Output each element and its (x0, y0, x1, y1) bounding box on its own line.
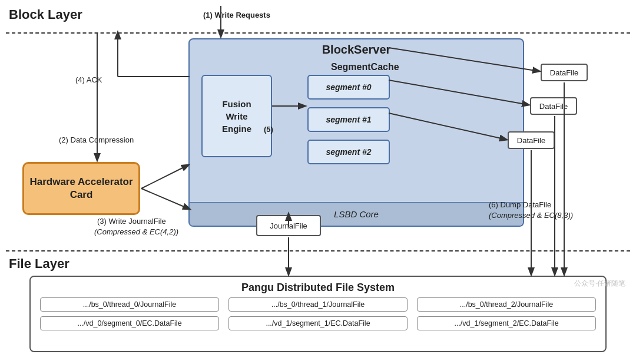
hardware-accelerator-card: Hardware Accelerator Card (22, 162, 140, 215)
pangu-item-1: .../bs_0/thread_1/JournalFile (228, 297, 408, 312)
pangu-grid: .../bs_0/thread_0/JournalFile .../bs_0/t… (31, 297, 605, 330)
fusion-write-engine-label: FusionWriteEngine (222, 98, 251, 135)
fusion-write-engine-box: FusionWriteEngine (201, 75, 272, 157)
pangu-item-3: .../vd_0/segment_0/EC.DataFile (40, 316, 219, 330)
watermark: 公众号·任诸随笔 (574, 279, 625, 289)
block-layer-divider (6, 32, 630, 34)
lsbd-core: LSBD Core (190, 202, 523, 226)
annotation-data-compression: (2) Data Compression (59, 135, 134, 144)
annotation-write-journalfile: (3) Write JournalFile (97, 217, 166, 226)
annotation-step5: (5) (264, 125, 273, 134)
svg-line-5 (141, 165, 188, 188)
lsbd-core-label: LSBD Core (334, 209, 379, 219)
hw-card-label: Hardware Accelerator Card (24, 176, 138, 201)
blockserver-box: BlockServer SegmentCache FusionWriteEngi… (188, 38, 524, 227)
block-layer-label: Block Layer (9, 7, 82, 22)
annotation-compressed-ec42: (Compressed & EC(4,2)) (94, 227, 178, 236)
pangu-box: Pangu Distributed File System .../bs_0/t… (29, 276, 607, 352)
pangu-item-5: .../vd_1/segment_2/EC.DataFile (417, 316, 596, 330)
datafile-1: DataFile (530, 97, 577, 115)
annotation-write-requests: (1) Write Requests (203, 11, 270, 19)
blockserver-title: BlockServer (190, 39, 523, 58)
pangu-item-0: .../bs_0/thread_0/JournalFile (40, 297, 219, 312)
datafile-2: DataFile (508, 131, 555, 149)
segment-0-label: segment #0 (326, 82, 371, 92)
annotation-dump-datafile: (6) Dump DataFile (489, 200, 551, 209)
journalfile-label: JournalFile (270, 221, 307, 230)
segment-2-box: segment #2 (307, 140, 390, 164)
datafile-0: DataFile (541, 64, 588, 81)
annotation-ack: (4) ACK (75, 75, 102, 84)
segment-cache-label: SegmentCache (331, 62, 399, 72)
segment-1-box: segment #1 (307, 107, 390, 132)
file-layer-label: File Layer (9, 256, 69, 272)
annotation-compressed-ec83: (Compressed & EC(8,3)) (489, 211, 573, 220)
svg-line-14 (141, 188, 190, 209)
segment-2-label: segment #2 (326, 147, 371, 157)
pangu-item-2: .../bs_0/thread_2/JournalFile (417, 297, 596, 312)
file-layer-divider (6, 250, 630, 252)
segment-0-box: segment #0 (307, 75, 390, 100)
diagram: Block Layer File Layer BlockServer Segme… (0, 0, 636, 364)
pangu-item-4: .../vd_1/segment_1/EC.DataFile (228, 316, 408, 330)
segment-1-label: segment #1 (326, 115, 371, 124)
journalfile-box: JournalFile (256, 215, 321, 236)
pangu-title: Pangu Distributed File System (31, 277, 605, 297)
